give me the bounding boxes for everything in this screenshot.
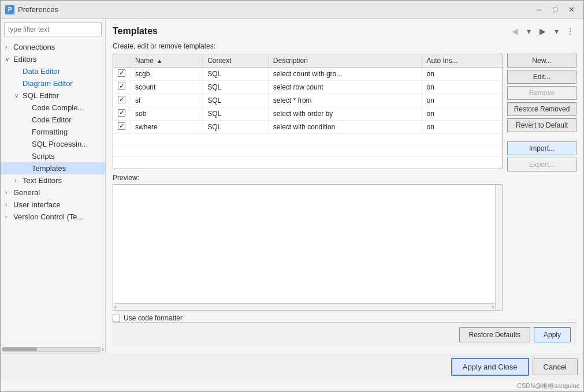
row-checkbox[interactable]	[118, 122, 125, 130]
sidebar-item-version-control[interactable]: › Version Control (Te...	[1, 211, 105, 223]
table-row[interactable]: scount SQL select row count on	[113, 81, 502, 94]
col-check	[113, 54, 131, 68]
formatter-checkbox[interactable]	[113, 315, 120, 322]
content-area: Name ▲ Context Description Auto Ins... s…	[113, 54, 576, 322]
panel-header: Templates ◀ ▾ ▶ ▾ ⋮	[113, 25, 576, 38]
expand-arrow: ›	[14, 177, 23, 184]
sidebar-item-general[interactable]: › General	[1, 186, 105, 199]
sidebar-item-templates[interactable]: Templates	[1, 162, 105, 174]
back-button[interactable]: ◀	[508, 25, 521, 38]
cell-description: select with order by	[268, 107, 422, 121]
sidebar-item-scripts[interactable]: Scripts	[1, 150, 105, 162]
scroll-right-arrow[interactable]: ›	[492, 304, 494, 310]
sidebar-item-editors[interactable]: ∨ Editors	[1, 53, 105, 65]
table-row[interactable]: scgb SQL select count with gro... on	[113, 68, 502, 81]
action-buttons: New... Edit... Remove Restore Removed Re…	[507, 54, 576, 322]
minimize-button[interactable]: ─	[531, 4, 546, 16]
app-icon: P	[5, 5, 14, 14]
sidebar-item-code-completion[interactable]: Code Comple...	[1, 102, 105, 114]
dialog-bottom: Apply and Close Cancel	[1, 353, 583, 380]
cell-auto-ins: on	[422, 107, 501, 121]
cancel-button[interactable]: Cancel	[533, 359, 578, 375]
table: Name ▲ Context Description Auto Ins... s…	[113, 54, 502, 169]
back-dropdown-button[interactable]: ▾	[522, 25, 535, 38]
bottom-bar: Restore Defaults Apply	[113, 322, 576, 347]
tree: › Connections ∨ Editors Data Editor Diag…	[1, 40, 105, 345]
cell-auto-ins: on	[422, 121, 501, 134]
cell-description: select row count	[268, 81, 422, 94]
cell-context: SQL	[203, 121, 269, 134]
apply-button[interactable]: Apply	[534, 327, 571, 342]
cell-name: sob	[131, 107, 203, 121]
search-input[interactable]	[4, 23, 102, 36]
cell-name: scgb	[131, 68, 203, 81]
more-button[interactable]: ⋮	[564, 25, 576, 38]
apply-and-close-button[interactable]: Apply and Close	[451, 358, 529, 376]
preview-scrollbar-horizontal[interactable]: ‹ ›	[113, 303, 495, 310]
table-row[interactable]: sf SQL select * from on	[113, 94, 502, 107]
expand-arrow: ›	[5, 44, 13, 50]
formatter-label: Use code formatter	[124, 314, 183, 322]
cell-auto-ins: on	[422, 94, 501, 107]
sidebar-item-user-interface[interactable]: › User Interface	[1, 199, 105, 211]
right-panel: Templates ◀ ▾ ▶ ▾ ⋮ Create, edit or remo…	[106, 19, 583, 353]
sidebar-item-sql-processing[interactable]: SQL Processin...	[1, 138, 105, 150]
remove-button[interactable]: Remove	[507, 86, 576, 100]
cell-context: SQL	[203, 81, 269, 94]
edit-button[interactable]: Edit...	[507, 70, 576, 84]
cell-auto-ins: on	[422, 81, 501, 94]
preview-scrollbar-vertical[interactable]	[495, 185, 502, 310]
sidebar-item-formatting[interactable]: Formatting	[1, 126, 105, 138]
expand-arrow: ›	[5, 189, 13, 196]
panel-title: Templates	[113, 26, 158, 36]
cell-description: select with condition	[268, 121, 422, 134]
restore-removed-button[interactable]: Restore Removed	[507, 102, 576, 116]
cell-name: swhere	[131, 121, 203, 134]
import-button[interactable]: Import...	[507, 141, 576, 155]
table-row[interactable]: sob SQL select with order by on	[113, 107, 502, 121]
forward-dropdown-button[interactable]: ▾	[550, 25, 563, 38]
window-title: Preferences	[18, 5, 58, 14]
col-auto-ins: Auto Ins...	[422, 54, 501, 68]
col-context: Context	[203, 54, 269, 68]
row-checkbox[interactable]	[118, 83, 125, 90]
panel-toolbar: ◀ ▾ ▶ ▾ ⋮	[508, 25, 576, 38]
sidebar-horizontal-scrollbar[interactable]: ›	[1, 345, 105, 353]
sidebar-item-diagram-editor[interactable]: Diagram Editor	[1, 77, 105, 89]
table-row[interactable]: swhere SQL select with condition on	[113, 121, 502, 134]
row-checkbox[interactable]	[118, 69, 125, 77]
expand-arrow: ∨	[14, 92, 23, 99]
watermark: CSDN@维维sanguine	[1, 380, 583, 391]
sidebar: › Connections ∨ Editors Data Editor Diag…	[1, 19, 106, 353]
preferences-window: P Preferences ─ □ ✕ › Connections ∨ Edit…	[0, 0, 584, 392]
expand-arrow: ›	[5, 214, 13, 220]
restore-defaults-button[interactable]: Restore Defaults	[459, 327, 530, 342]
scroll-right-arrow[interactable]: ›	[102, 345, 104, 353]
cell-context: SQL	[203, 107, 269, 121]
cell-context: SQL	[203, 68, 269, 81]
row-checkbox[interactable]	[118, 96, 125, 103]
sidebar-item-sql-editor[interactable]: ∨ SQL Editor	[1, 89, 105, 102]
sidebar-item-connections[interactable]: › Connections	[1, 41, 105, 53]
main-content: › Connections ∨ Editors Data Editor Diag…	[1, 19, 583, 353]
new-button[interactable]: New...	[507, 54, 576, 68]
sidebar-item-code-editor[interactable]: Code Editor	[1, 114, 105, 126]
table-row-empty	[113, 134, 502, 145]
export-button[interactable]: Export...	[507, 158, 576, 171]
table-row-empty	[113, 157, 502, 169]
sidebar-item-data-editor[interactable]: Data Editor	[1, 65, 105, 77]
revert-to-default-button[interactable]: Revert to Default	[507, 118, 576, 132]
cell-context: SQL	[203, 94, 269, 107]
panel-subtitle: Create, edit or remove templates:	[113, 42, 576, 50]
expand-arrow: ∨	[5, 56, 13, 62]
forward-button[interactable]: ▶	[536, 25, 549, 38]
sidebar-item-text-editors[interactable]: › Text Editors	[1, 174, 105, 186]
title-bar: P Preferences ─ □ ✕	[1, 1, 583, 19]
maximize-button[interactable]: □	[548, 4, 563, 16]
row-checkbox[interactable]	[118, 109, 125, 117]
cell-description: select count with gro...	[268, 68, 422, 81]
close-button[interactable]: ✕	[564, 4, 579, 16]
formatter-row: Use code formatter	[113, 314, 503, 322]
col-name: Name ▲	[131, 54, 203, 68]
scroll-left-arrow[interactable]: ‹	[114, 304, 116, 310]
